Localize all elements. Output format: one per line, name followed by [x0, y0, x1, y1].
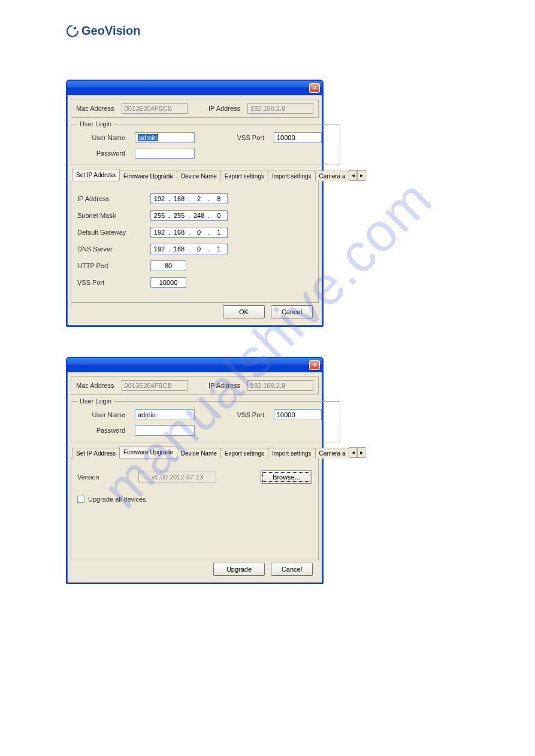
tab-content-firmware: Version v1.00 2012-07-13 Browse... Upgra… [71, 459, 319, 560]
tab-device-name[interactable]: Device Name [177, 171, 221, 181]
mac-address-field: 0013E204FBCB [122, 103, 188, 114]
username-label: User Name [77, 411, 125, 418]
vss-port-input[interactable]: 10000 [274, 409, 322, 420]
upgrade-button[interactable]: Upgrade [213, 563, 265, 576]
tab-camera[interactable]: Camera a [315, 448, 350, 459]
tab-scroll-right[interactable]: ► [357, 447, 365, 458]
version-field: v1.00 2012-07-13 [138, 472, 216, 482]
cancel-button[interactable]: Cancel [271, 563, 313, 576]
tab-firmware-upgrade[interactable]: Firmware Upgrade [119, 171, 177, 181]
dns-server-input[interactable]: 192. 168. 0. 1 [150, 244, 228, 254]
mac-address-field: 0013E204FBCB [122, 380, 188, 391]
logo-text: GeoVision [81, 24, 141, 38]
vss-port-input[interactable]: 10000 [274, 132, 322, 143]
mac-address-label: Mac Address [76, 105, 114, 112]
tab-firmware-upgrade[interactable]: Firmware Upgrade [119, 446, 177, 458]
ip-address-label: IP Address [208, 382, 240, 389]
dialog-set-ip: ✕ Mac Address 0013E204FBCB IP Address 19… [66, 80, 324, 327]
user-login-group: User Login User Name admin VSS Port 1000… [71, 120, 340, 165]
tab-import-settings[interactable]: Import settings [268, 171, 316, 181]
password-input[interactable] [135, 148, 195, 159]
subnet-mask-input[interactable]: 255. 255. 248. 0 [150, 210, 228, 221]
ok-button[interactable]: OK [223, 305, 265, 318]
tab-export-settings[interactable]: Export settings [220, 171, 268, 181]
close-button[interactable]: ✕ [309, 83, 320, 93]
ip-address-input[interactable]: 192. 168. 2. 8 [150, 193, 228, 204]
mac-address-label: Mac Address [76, 382, 114, 389]
username-input[interactable]: admin [135, 132, 195, 143]
tab-scroll-right[interactable]: ► [357, 170, 365, 181]
tab-content-ip: IP Address 192. 168. 2. 8 Subnet Mask 25… [71, 181, 319, 303]
user-login-legend: User Login [77, 397, 114, 405]
brand-logo: GeoVision [66, 24, 469, 38]
password-input[interactable] [135, 425, 195, 436]
dns-server-label: DNS Server [77, 245, 143, 253]
default-gateway-label: Default Gateway [77, 229, 143, 236]
user-login-legend: User Login [77, 120, 114, 127]
close-button[interactable]: ✕ [309, 360, 320, 370]
http-port-label: HTTP Port [77, 262, 143, 269]
tab-scroll-left[interactable]: ◄ [349, 447, 357, 458]
ip-address-form-label: IP Address [77, 195, 143, 202]
default-gateway-input[interactable]: 192. 168. 0. 1 [150, 227, 228, 238]
tab-set-ip-address[interactable]: Set IP Address [72, 448, 120, 459]
ip-address-field: 192.168.2.8 [247, 380, 313, 391]
tab-strip: Set IP Address Firmware Upgrade Device N… [71, 446, 319, 459]
tab-import-settings[interactable]: Import settings [268, 448, 316, 459]
ip-address-label: IP Address [208, 105, 240, 112]
upgrade-all-label: Upgrade all devices [88, 496, 146, 503]
vss-port-form-input[interactable]: 10000 [150, 277, 186, 288]
vss-port-label: VSS Port [216, 134, 264, 141]
browse-button[interactable]: Browse... [261, 470, 312, 484]
tab-set-ip-address[interactable]: Set IP Address [72, 169, 120, 181]
dialog-firmware: ✕ Mac Address 0013E204FBCB IP Address 19… [66, 357, 324, 584]
upgrade-all-checkbox[interactable] [77, 496, 84, 503]
svg-point-0 [74, 26, 77, 29]
tab-device-name[interactable]: Device Name [177, 448, 221, 459]
password-label: Password [77, 150, 125, 157]
tab-strip: Set IP Address Firmware Upgrade Device N… [71, 169, 319, 181]
vss-port-form-label: VSS Port [77, 279, 143, 286]
ip-address-field: 192.168.2.8 [247, 103, 313, 114]
address-panel: Mac Address 0013E204FBCB IP Address 192.… [71, 376, 319, 395]
subnet-mask-label: Subnet Mask [77, 212, 143, 219]
user-login-group: User Login User Name admin VSS Port 1000… [71, 397, 340, 442]
tab-scroll-left[interactable]: ◄ [349, 170, 357, 181]
username-label: User Name [77, 134, 125, 141]
vss-port-label: VSS Port [216, 411, 264, 418]
tab-camera[interactable]: Camera a [315, 171, 350, 181]
titlebar: ✕ [67, 358, 322, 372]
version-label: Version [77, 473, 131, 481]
http-port-input[interactable]: 80 [150, 260, 186, 271]
tab-export-settings[interactable]: Export settings [220, 448, 268, 459]
address-panel: Mac Address 0013E204FBCB IP Address 192.… [71, 99, 319, 118]
password-label: Password [77, 427, 125, 434]
titlebar: ✕ [67, 81, 322, 95]
cancel-button[interactable]: Cancel [271, 305, 313, 318]
username-input[interactable]: admin [135, 409, 195, 420]
logo-icon [66, 25, 79, 38]
